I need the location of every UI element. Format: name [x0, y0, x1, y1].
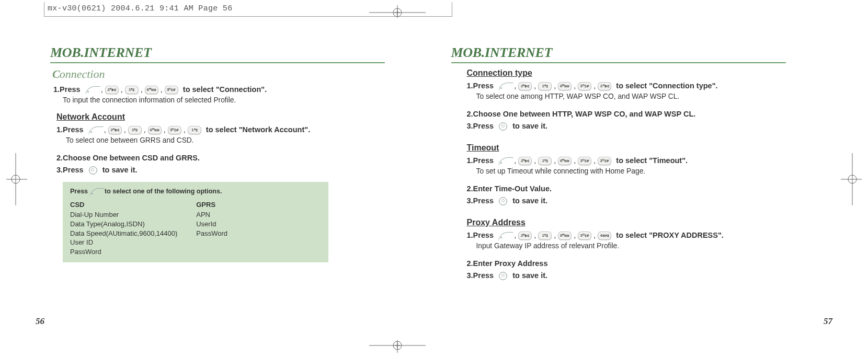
- timeout-heading: Timeout: [467, 143, 818, 153]
- keypad-button: 6ᴹɴᴏ: [558, 82, 572, 90]
- keypad-button: 1ᵠᴢ: [188, 126, 201, 134]
- tip-box-heading: Press to select one of the following opt…: [70, 187, 321, 196]
- timeout-step-1: 1.Press , 2ᴬʙᴄ, 1ᵠᴢ, 6ᴹɴᴏ, 3ᴰᴇғ, 3ᴰᴇғ to…: [467, 155, 818, 166]
- timeout-step-2: 2.Enter Time-Out Value.: [467, 183, 818, 194]
- page-spread: MOB.INTERNET Connection 1.Press , 2ᴬʙᴄ, …: [33, 31, 835, 327]
- title-rule: [50, 62, 385, 63]
- keypad-button: 1ᵠᴢ: [128, 126, 142, 134]
- keypad-button: 3ᴰᴇғ: [578, 157, 591, 165]
- network-account-step-2: 2.Choose One between CSD and GRRS.: [56, 153, 417, 164]
- connection-type-step-3: 3.Press to save it.: [467, 121, 818, 132]
- connection-type-step-1: 1.Press , 2ᴬʙᴄ, 1ᵠᴢ, 6ᴹɴᴏ, 3ᴰᴇғ, 2ᴬʙᴄ to…: [467, 80, 818, 91]
- section-connection: Connection: [52, 67, 417, 81]
- ok-button-icon: [499, 122, 507, 131]
- keypad-button: 2ᴬʙᴄ: [518, 157, 532, 165]
- timeout-step-1-desc: To set up Timeout while connecting with …: [476, 167, 818, 175]
- page-57: MOB.INTERNET Connection type 1.Press , 2…: [435, 31, 835, 327]
- keypad-button: 3ᴰᴇғ: [598, 157, 611, 165]
- proxy-address-heading: Proxy Address: [467, 218, 818, 227]
- keypad-button: 3ᴰᴇғ: [578, 232, 591, 240]
- keypad-button: 6ᴹɴᴏ: [145, 86, 158, 94]
- connection-step-1: 1.Press , 2ᴬʙᴄ, 1ᵠᴢ, 6ᴹɴᴏ, 3ᴰᴇғ to selec…: [53, 84, 417, 95]
- connection-type-heading: Connection type: [467, 68, 818, 78]
- network-account-step-1-desc: To select one between GRRS and CSD.: [66, 136, 417, 144]
- keypad-button: 2ᴬʙᴄ: [105, 86, 119, 94]
- keypad-button: 3ᴰᴇғ: [168, 126, 181, 134]
- softkey-arc-icon: [88, 126, 102, 134]
- keypad-button: 2ᴬʙᴄ: [598, 82, 611, 90]
- chapter-title: MOB.INTERNET: [451, 45, 818, 61]
- keypad-button: 1ᵠᴢ: [538, 232, 552, 240]
- softkey-arc-icon: [498, 232, 512, 239]
- softkey-arc-icon: [85, 86, 99, 94]
- keypad-button: 4ɢʜɪ: [598, 232, 611, 240]
- page-number: 56: [36, 316, 44, 327]
- network-account-step-3: 3.Press to save it.: [56, 165, 417, 176]
- options-tip-box: Press to select one of the following opt…: [63, 182, 328, 262]
- keypad-button: 2ᴬʙᴄ: [108, 126, 122, 134]
- ok-button-icon: [89, 166, 97, 175]
- timeout-step-3: 3.Press to save it.: [467, 195, 818, 206]
- softkey-arc-icon: [498, 157, 512, 165]
- keypad-button: 1ᵠᴢ: [538, 82, 552, 90]
- softkey-arc-icon: [89, 188, 103, 195]
- keypad-button: 3ᴰᴇғ: [578, 82, 591, 90]
- keypad-button: 1ᵠᴢ: [538, 157, 552, 165]
- chapter-title: MOB.INTERNET: [50, 45, 417, 61]
- connection-step-1-desc: To input the connection information of s…: [63, 96, 417, 104]
- ok-button-icon: [499, 197, 507, 205]
- softkey-arc-icon: [498, 83, 512, 90]
- crop-mark-right: [841, 153, 862, 205]
- keypad-button: 6ᴹɴᴏ: [558, 157, 572, 165]
- network-account-heading: Network Account: [56, 112, 417, 122]
- network-account-step-1: 1.Press , 2ᴬʙᴄ, 1ᵠᴢ, 6ᴹɴᴏ, 3ᴰᴇғ, 1ᵠᴢ to …: [56, 124, 417, 135]
- crop-mark-bottom: [369, 340, 426, 353]
- tip-column-gprs: GPRS APN UserId PassWord: [196, 200, 227, 256]
- keypad-button: 6ᴹɴᴏ: [148, 126, 162, 134]
- keypad-button: 2ᴬʙᴄ: [518, 82, 532, 90]
- connection-type-step-1-desc: To select one among HTTP, WAP WSP CO, an…: [476, 93, 818, 100]
- keypad-button: 3ᴰᴇғ: [165, 86, 178, 94]
- proxy-address-step-1: 1.Press , 2ᴬʙᴄ, 1ᵠᴢ, 6ᴹɴᴏ, 3ᴰᴇғ, 4ɢʜɪ to…: [467, 230, 818, 241]
- connection-type-step-2: 2.Choose One between HTTP, WAP WSP CO, a…: [467, 109, 818, 120]
- keypad-button: 1ᵠᴢ: [125, 86, 139, 94]
- crop-mark-top: [369, 5, 426, 18]
- crop-mark-left: [6, 153, 27, 205]
- tip-column-csd: CSD Dial-Up Number Data Type(Analog,ISDN…: [70, 200, 177, 256]
- title-rule: [451, 62, 786, 63]
- proxy-address-step-1-desc: Input Gateway IP address of relevant Pro…: [476, 242, 818, 250]
- ok-button-icon: [499, 272, 507, 280]
- proxy-address-step-3: 3.Press to save it.: [467, 270, 818, 281]
- keypad-button: 2ᴬʙᴄ: [518, 232, 532, 240]
- page-56: MOB.INTERNET Connection 1.Press , 2ᴬʙᴄ, …: [33, 31, 435, 327]
- keypad-button: 6ᴹɴᴏ: [558, 232, 572, 240]
- page-number: 57: [824, 316, 832, 327]
- proxy-address-step-2: 2.Enter Proxy Address: [467, 258, 818, 269]
